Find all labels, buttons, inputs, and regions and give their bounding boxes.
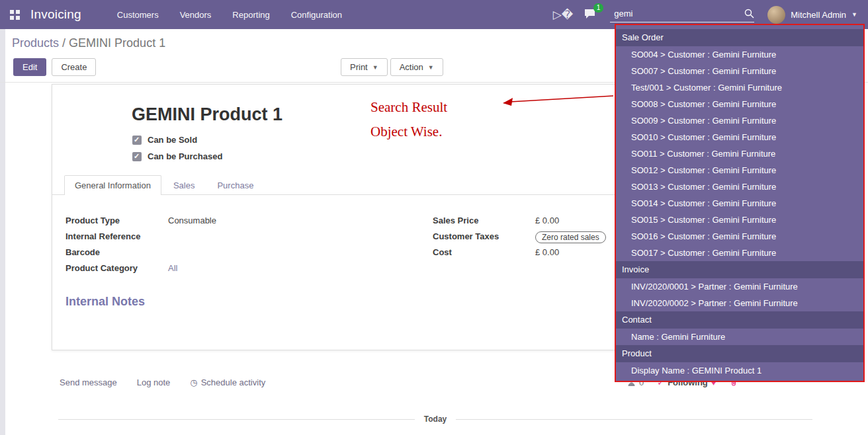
search-result-item[interactable]: Test/001 > Customer : Gemini Furniture [616,79,863,96]
group-header-sale-order: Sale Order [616,29,863,46]
annotation-line-2: Object Wise. [370,120,447,144]
search-result-item[interactable]: SO015 > Customer : Gemini Furniture [616,212,863,228]
product-category-value[interactable]: All [168,263,177,273]
can-be-purchased-row: Can be Purchased [132,151,222,161]
fields-left-column: Product Type Consumable Internal Referen… [65,216,433,279]
breadcrumb-current: GEMINI Product 1 [69,36,165,50]
product-type-label: Product Type [65,216,168,225]
clock-icon: ◷ [190,377,197,387]
group-header-contact: Contact [616,311,863,329]
create-button[interactable]: Create [52,58,96,76]
search-result-item[interactable]: SO009 > Customer : Gemini Furniture [616,112,863,129]
print-dropdown-button[interactable]: Print▼ [341,58,388,76]
internal-reference-label: Internal Reference [65,231,168,241]
user-avatar [767,6,785,24]
can-be-sold-checkbox[interactable] [132,136,142,145]
annotation-arrow [498,91,619,109]
can-be-sold-label: Can be Sold [148,135,197,145]
customer-taxes-label: Customer Taxes [433,231,535,241]
menu-customers[interactable]: Customers [117,10,159,20]
search-result-item[interactable]: SO011 > Customer : Gemini Furniture [616,145,863,162]
top-menu: Customers Vendors Reporting Configuratio… [117,10,342,20]
search-result-item[interactable]: SO012 > Customer : Gemini Furniture [616,162,863,178]
search-result-item[interactable]: SO007 > Customer : Gemini Furniture [616,63,863,79]
barcode-label: Barcode [65,247,168,257]
user-menu[interactable]: Mitchell Admin ▼ [767,6,857,24]
search-result-item[interactable]: INV/2020/0001 > Partner : Gemini Furnitu… [616,278,863,295]
product-category-row: Product Category All [65,263,433,275]
app-name[interactable]: Invoicing [30,7,81,22]
can-be-purchased-checkbox[interactable] [132,152,142,161]
breadcrumb-products-link[interactable]: Products [12,36,59,50]
action-buttons: Print▼ Action▼ [341,58,443,76]
tab-sales[interactable]: Sales [163,175,206,195]
chevron-down-icon: ▼ [372,64,378,71]
schedule-activity-button[interactable]: ◷ Schedule activity [190,377,265,387]
search-result-item[interactable]: Name : Gemini Furniture [616,329,863,345]
search-input[interactable] [610,7,740,20]
product-type-value: Consumable [168,216,216,225]
chatter-actions: Send message Log note ◷ Schedule activit… [60,377,265,387]
search-result-item[interactable]: SO013 > Customer : Gemini Furniture [616,178,863,195]
menu-vendors[interactable]: Vendors [180,10,212,20]
message-count-badge: 1 [593,3,604,13]
barcode-row: Barcode [65,247,433,259]
product-category-label: Product Category [65,263,168,273]
search-result-item[interactable]: Display Name : GEMINI Product 1 [616,362,863,379]
tab-general-information[interactable]: General Information [64,175,161,195]
left-edge-strip [0,29,5,435]
today-divider: Today [58,415,812,424]
can-be-purchased-label: Can be Purchased [148,151,222,161]
internal-notes-heading: Internal Notes [65,295,145,309]
search-icon[interactable] [744,9,754,19]
can-be-sold-row: Can be Sold [132,135,222,145]
log-note-button[interactable]: Log note [137,377,171,387]
search-result-item[interactable]: SO014 > Customer : Gemini Furniture [616,195,863,212]
today-label: Today [424,415,447,424]
edit-button[interactable]: Edit [13,58,46,76]
user-name: Mitchell Admin [791,10,846,20]
sales-price-value: £ 0.00 [535,216,559,225]
group-header-invoice: Invoice [616,261,863,278]
product-flags: Can be Sold Can be Purchased [132,135,222,161]
global-search [610,7,754,22]
breadcrumb: Products / GEMINI Product 1 [12,36,165,50]
chevron-down-icon: ▼ [851,11,857,18]
action-dropdown-button[interactable]: Action▼ [390,58,443,76]
sales-price-label: Sales Price [433,216,535,225]
search-result-item[interactable]: SO016 > Customer : Gemini Furniture [616,228,863,245]
search-result-item[interactable]: SO004 > Customer : Gemini Furniture [616,46,863,63]
app-window: Invoicing Customers Vendors Reporting Co… [0,0,868,435]
menu-configuration[interactable]: Configuration [291,10,342,20]
chevron-down-icon: ▼ [428,64,434,71]
customer-taxes-tag: Zero rated sales [535,231,606,243]
product-title: GEMINI Product 1 [132,104,282,125]
tab-purchase[interactable]: Purchase [206,175,264,195]
grid-icon [10,10,20,20]
search-result-item[interactable]: SO017 > Customer : Gemini Furniture [616,245,863,261]
search-result-item[interactable]: SO008 > Customer : Gemini Furniture [616,96,863,112]
product-type-row: Product Type Consumable [65,216,433,227]
search-results-dropdown: Sale Order SO004 > Customer : Gemini Fur… [615,24,865,382]
activities-clock-icon[interactable]: ▷� [553,8,574,22]
annotation-note: Search Result Object Wise. [370,95,447,144]
messages-button[interactable]: 1 [584,8,597,22]
apps-menu-icon[interactable] [0,0,29,29]
systray: ▷� 1 Mitchell Admin ▼ [553,6,868,24]
search-result-item[interactable]: SO010 > Customer : Gemini Furniture [616,129,863,145]
annotation-line-1: Search Result [370,95,447,120]
send-message-button[interactable]: Send message [60,377,117,387]
search-result-item[interactable]: INV/2020/0002 > Partner : Gemini Furnitu… [616,295,863,311]
breadcrumb-separator: / [62,36,65,50]
cost-value: £ 0.00 [535,247,559,257]
internal-reference-row: Internal Reference [65,231,433,243]
record-buttons: Edit Create [13,58,96,76]
menu-reporting[interactable]: Reporting [232,10,269,20]
group-header-product: Product [616,345,863,362]
cost-label: Cost [433,247,535,257]
